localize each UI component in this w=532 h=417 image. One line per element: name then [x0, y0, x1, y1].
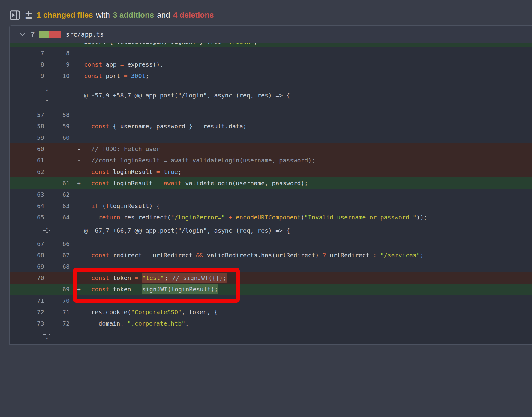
old-line-number: 68: [10, 249, 44, 261]
code-line: // TODO: Fetch user: [84, 143, 532, 155]
code-line: const loginResult = await validateLogin(…: [84, 177, 532, 189]
code-token: validateLogin(username, password);: [182, 180, 308, 187]
arrow-up-icon: ↑: [45, 100, 49, 104]
code-line: const redirect = urlRedirect && validRed…: [84, 249, 532, 261]
new-line-number: 63: [44, 200, 70, 212]
code-token: [84, 274, 91, 281]
code-token: [128, 72, 131, 79]
code-token: const: [91, 168, 109, 175]
new-line-number: 8: [44, 47, 70, 59]
diff-row-ctx: 7170: [10, 295, 532, 306]
line-marker: [70, 261, 84, 272]
old-line-number: 59: [10, 132, 44, 143]
line-marker: -: [70, 272, 84, 284]
code-line: if (!loginResult) {: [84, 200, 532, 212]
old-line-number: [10, 177, 44, 189]
code-token: [138, 274, 142, 281]
code-token: [84, 214, 98, 221]
diff-row-ctx: 6564 return res.redirect("/login?error="…: [10, 212, 532, 223]
line-marker: [70, 200, 84, 212]
code-token: ));: [416, 214, 427, 221]
line-marker: [70, 295, 84, 306]
new-line-number: 67: [44, 249, 70, 261]
diff-row-ctx: 6968: [10, 261, 532, 272]
code-token: :: [120, 320, 124, 327]
file-name[interactable]: src/app.ts: [66, 31, 104, 38]
file-diff-box: 7 src/app.ts import { validateLogin, sig…: [9, 25, 532, 345]
file-tree-toggle-icon[interactable]: [9, 10, 20, 21]
code-token: validRedirects.has(urlRedirect): [203, 252, 322, 259]
code-token: =: [196, 123, 200, 130]
line-marker: [70, 59, 84, 70]
code-token: encodeURIComponent: [236, 214, 301, 221]
new-line-number: [44, 272, 70, 284]
code-line: [84, 261, 532, 272]
summary-and: and: [157, 10, 170, 20]
code-token: loginResult: [109, 180, 156, 187]
new-line-number: 71: [44, 306, 70, 318]
code-token: [84, 180, 91, 187]
diff-row-ctx: 5960: [10, 132, 532, 143]
line-marker: +: [70, 284, 84, 295]
diff-row-ctx: 6766: [10, 238, 532, 249]
expand-down-button[interactable]: ↓: [38, 329, 56, 344]
code-token: if: [91, 202, 98, 210]
code-token: const: [84, 61, 102, 68]
expand-button-gutter: ↓: [10, 329, 84, 344]
diff-row-ctx: 7271 res.cookie("CorporateSSO", token, {: [10, 306, 532, 318]
diff-row-ctx: 910const port = 3001;: [10, 70, 532, 82]
additions-count: 3 additions: [113, 10, 154, 20]
diff-row-ctx: 7372 domain: ".corporate.htb",: [10, 318, 532, 329]
chevron-down-icon[interactable]: [19, 31, 26, 38]
new-line-number: 62: [44, 189, 70, 200]
code-token: , token, {: [182, 308, 218, 316]
plus-minus-diff-icon: ±: [25, 9, 32, 20]
code-token: const: [91, 252, 109, 259]
diff-summary-header: ± 1 changed files with 3 additions and 4…: [0, 0, 532, 25]
line-marker: +: [70, 177, 84, 189]
old-line-number: 69: [10, 261, 44, 272]
diff-row-add: 61+ const loginResult = await validateLo…: [10, 177, 532, 189]
code-token: urlRedirect: [326, 252, 373, 259]
line-marker: [70, 249, 84, 261]
code-token: +: [229, 214, 232, 221]
code-token: loginResult: [109, 168, 156, 175]
diffstat-deletions-segment: [49, 31, 61, 38]
code-token: true: [164, 168, 178, 175]
expand-button-gutter: ↓↑: [10, 82, 84, 109]
new-line-number: [44, 155, 70, 166]
code-token: ;: [254, 43, 257, 45]
diff-row-ctx: 89const app = express();: [10, 59, 532, 70]
old-line-number: 58: [10, 121, 44, 132]
hunk-header-text: @ -57,9 +58,7 @@ app.post("/login", asyn…: [84, 82, 532, 109]
code-line: const app = express();: [84, 59, 532, 70]
expand-up-button[interactable]: ↑: [38, 95, 56, 109]
code-token: [84, 145, 91, 153]
arrow-down-icon: ↓: [45, 335, 49, 340]
new-line-number: 69: [44, 284, 70, 295]
new-line-number: 9: [44, 59, 70, 70]
expand-down-button[interactable]: ↓: [38, 82, 56, 95]
old-line-number: 60: [10, 143, 44, 155]
code-line: [84, 109, 532, 121]
line-marker: [70, 238, 84, 249]
code-token: [138, 286, 142, 293]
hunk-header-text: [84, 329, 532, 344]
deletions-count: 4 deletions: [173, 10, 214, 20]
old-line-number: 71: [10, 295, 44, 306]
old-line-number: 64: [10, 200, 44, 212]
diff-row-add: 69+ const token = signJWT(loginResult);: [10, 284, 532, 295]
line-marker: -: [70, 166, 84, 177]
code-line: const token = "test"; // signJWT({});: [84, 272, 532, 284]
new-line-number: [44, 143, 70, 155]
file-header: 7 src/app.ts: [10, 26, 532, 43]
code-token: =: [156, 180, 160, 187]
code-token: result.data;: [200, 123, 247, 130]
code-token: =: [135, 274, 138, 281]
code-line: //const loginResult = await validateLogi…: [84, 155, 532, 166]
code-token: 3001: [131, 72, 146, 79]
code-token: signJWT(loginResult);: [142, 284, 218, 294]
code-line: const port = 3001;: [84, 70, 532, 82]
expand-both-button[interactable]: ↓↑: [38, 223, 56, 238]
old-line-number: 62: [10, 166, 44, 177]
